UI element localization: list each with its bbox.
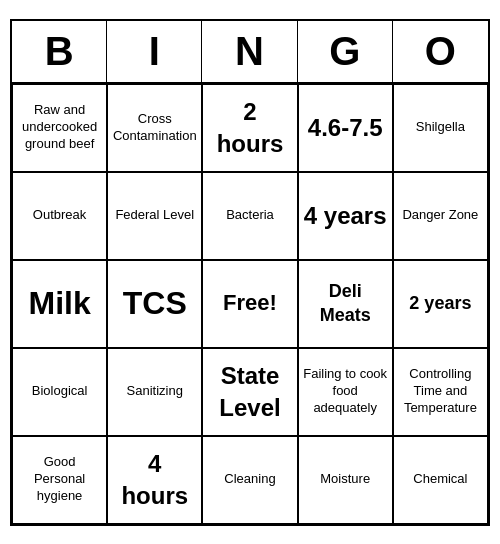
bingo-cell-20: Good Personal hygiene [12,436,107,524]
bingo-header: B I N G O [12,21,488,84]
bingo-cell-8: 4 years [298,172,393,260]
bingo-cell-1: Cross Contamination [107,84,202,172]
bingo-cell-11: TCS [107,260,202,348]
bingo-cell-0: Raw and undercooked ground beef [12,84,107,172]
bingo-cell-7: Bacteria [202,172,297,260]
bingo-cell-21: 4 hours [107,436,202,524]
bingo-cell-22: Cleaning [202,436,297,524]
bingo-cell-14: 2 years [393,260,488,348]
bingo-cell-15: Biological [12,348,107,436]
header-b: B [12,21,107,82]
bingo-cell-2: 2 hours [202,84,297,172]
bingo-cell-5: Outbreak [12,172,107,260]
bingo-cell-4: Shilgella [393,84,488,172]
bingo-cell-19: Controlling Time and Temperature [393,348,488,436]
header-o: O [393,21,488,82]
bingo-cell-10: Milk [12,260,107,348]
bingo-cell-24: Chemical [393,436,488,524]
header-i: I [107,21,202,82]
bingo-card: B I N G O Raw and undercooked ground bee… [10,19,490,526]
bingo-cell-16: Sanitizing [107,348,202,436]
header-g: G [298,21,393,82]
header-n: N [202,21,297,82]
bingo-cell-6: Federal Level [107,172,202,260]
bingo-cell-18: Failing to cook food adequately [298,348,393,436]
bingo-cell-12: Free! [202,260,297,348]
bingo-cell-9: Danger Zone [393,172,488,260]
bingo-cell-3: 4.6-7.5 [298,84,393,172]
bingo-cell-17: State Level [202,348,297,436]
bingo-cell-23: Moisture [298,436,393,524]
bingo-grid: Raw and undercooked ground beefCross Con… [12,84,488,524]
bingo-cell-13: Deli Meats [298,260,393,348]
